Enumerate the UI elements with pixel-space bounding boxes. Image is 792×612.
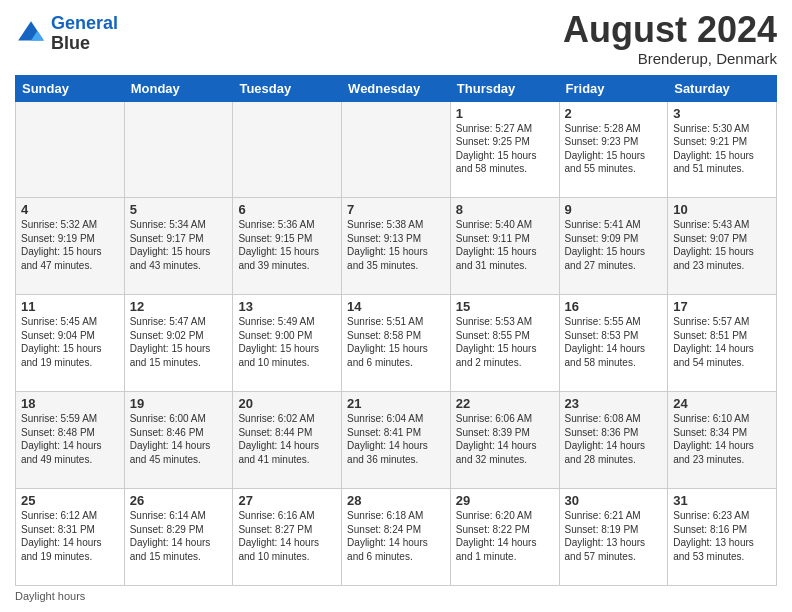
calendar-cell: 17Sunrise: 5:57 AM Sunset: 8:51 PM Dayli… (668, 295, 777, 392)
logo: General Blue (15, 14, 118, 54)
day-info: Sunrise: 5:53 AM Sunset: 8:55 PM Dayligh… (456, 315, 554, 369)
page: General Blue August 2024 Brenderup, Denm… (0, 0, 792, 612)
logo-icon (15, 18, 47, 50)
day-number: 29 (456, 493, 554, 508)
day-info: Sunrise: 6:00 AM Sunset: 8:46 PM Dayligh… (130, 412, 228, 466)
day-number: 4 (21, 202, 119, 217)
calendar-cell: 16Sunrise: 5:55 AM Sunset: 8:53 PM Dayli… (559, 295, 668, 392)
day-number: 19 (130, 396, 228, 411)
day-number: 6 (238, 202, 336, 217)
day-info: Sunrise: 6:20 AM Sunset: 8:22 PM Dayligh… (456, 509, 554, 563)
calendar-cell: 18Sunrise: 5:59 AM Sunset: 8:48 PM Dayli… (16, 392, 125, 489)
day-info: Sunrise: 6:06 AM Sunset: 8:39 PM Dayligh… (456, 412, 554, 466)
calendar-week-3: 11Sunrise: 5:45 AM Sunset: 9:04 PM Dayli… (16, 295, 777, 392)
calendar-cell: 20Sunrise: 6:02 AM Sunset: 8:44 PM Dayli… (233, 392, 342, 489)
day-number: 14 (347, 299, 445, 314)
day-info: Sunrise: 5:34 AM Sunset: 9:17 PM Dayligh… (130, 218, 228, 272)
day-info: Sunrise: 5:36 AM Sunset: 9:15 PM Dayligh… (238, 218, 336, 272)
calendar-cell: 25Sunrise: 6:12 AM Sunset: 8:31 PM Dayli… (16, 489, 125, 586)
calendar-week-2: 4Sunrise: 5:32 AM Sunset: 9:19 PM Daylig… (16, 198, 777, 295)
calendar-cell: 5Sunrise: 5:34 AM Sunset: 9:17 PM Daylig… (124, 198, 233, 295)
day-info: Sunrise: 6:18 AM Sunset: 8:24 PM Dayligh… (347, 509, 445, 563)
day-number: 18 (21, 396, 119, 411)
calendar-cell: 27Sunrise: 6:16 AM Sunset: 8:27 PM Dayli… (233, 489, 342, 586)
day-info: Sunrise: 6:12 AM Sunset: 8:31 PM Dayligh… (21, 509, 119, 563)
day-number: 25 (21, 493, 119, 508)
calendar-body: 1Sunrise: 5:27 AM Sunset: 9:25 PM Daylig… (16, 101, 777, 585)
day-info: Sunrise: 6:08 AM Sunset: 8:36 PM Dayligh… (565, 412, 663, 466)
day-info: Sunrise: 5:27 AM Sunset: 9:25 PM Dayligh… (456, 122, 554, 176)
weekday-header-tuesday: Tuesday (233, 75, 342, 101)
calendar-cell: 11Sunrise: 5:45 AM Sunset: 9:04 PM Dayli… (16, 295, 125, 392)
calendar-cell: 23Sunrise: 6:08 AM Sunset: 8:36 PM Dayli… (559, 392, 668, 489)
title-block: August 2024 Brenderup, Denmark (563, 10, 777, 67)
weekday-header-wednesday: Wednesday (342, 75, 451, 101)
day-info: Sunrise: 5:47 AM Sunset: 9:02 PM Dayligh… (130, 315, 228, 369)
month-title: August 2024 (563, 10, 777, 50)
day-info: Sunrise: 6:04 AM Sunset: 8:41 PM Dayligh… (347, 412, 445, 466)
day-info: Sunrise: 5:41 AM Sunset: 9:09 PM Dayligh… (565, 218, 663, 272)
day-number: 10 (673, 202, 771, 217)
footer-note: Daylight hours (15, 590, 777, 602)
calendar-cell: 22Sunrise: 6:06 AM Sunset: 8:39 PM Dayli… (450, 392, 559, 489)
header: General Blue August 2024 Brenderup, Denm… (15, 10, 777, 67)
calendar-cell (342, 101, 451, 198)
day-info: Sunrise: 5:30 AM Sunset: 9:21 PM Dayligh… (673, 122, 771, 176)
day-number: 31 (673, 493, 771, 508)
weekday-row: SundayMondayTuesdayWednesdayThursdayFrid… (16, 75, 777, 101)
calendar-cell (233, 101, 342, 198)
calendar-cell: 1Sunrise: 5:27 AM Sunset: 9:25 PM Daylig… (450, 101, 559, 198)
calendar-cell (124, 101, 233, 198)
calendar-cell: 12Sunrise: 5:47 AM Sunset: 9:02 PM Dayli… (124, 295, 233, 392)
day-info: Sunrise: 5:49 AM Sunset: 9:00 PM Dayligh… (238, 315, 336, 369)
day-number: 16 (565, 299, 663, 314)
calendar-cell: 30Sunrise: 6:21 AM Sunset: 8:19 PM Dayli… (559, 489, 668, 586)
day-number: 26 (130, 493, 228, 508)
calendar-cell: 19Sunrise: 6:00 AM Sunset: 8:46 PM Dayli… (124, 392, 233, 489)
day-number: 20 (238, 396, 336, 411)
day-info: Sunrise: 5:45 AM Sunset: 9:04 PM Dayligh… (21, 315, 119, 369)
calendar-cell: 26Sunrise: 6:14 AM Sunset: 8:29 PM Dayli… (124, 489, 233, 586)
calendar-cell: 24Sunrise: 6:10 AM Sunset: 8:34 PM Dayli… (668, 392, 777, 489)
day-number: 27 (238, 493, 336, 508)
day-info: Sunrise: 5:51 AM Sunset: 8:58 PM Dayligh… (347, 315, 445, 369)
day-number: 21 (347, 396, 445, 411)
calendar-cell: 7Sunrise: 5:38 AM Sunset: 9:13 PM Daylig… (342, 198, 451, 295)
day-info: Sunrise: 5:57 AM Sunset: 8:51 PM Dayligh… (673, 315, 771, 369)
calendar-week-4: 18Sunrise: 5:59 AM Sunset: 8:48 PM Dayli… (16, 392, 777, 489)
day-number: 17 (673, 299, 771, 314)
day-info: Sunrise: 6:21 AM Sunset: 8:19 PM Dayligh… (565, 509, 663, 563)
calendar-week-1: 1Sunrise: 5:27 AM Sunset: 9:25 PM Daylig… (16, 101, 777, 198)
day-number: 2 (565, 106, 663, 121)
day-info: Sunrise: 6:10 AM Sunset: 8:34 PM Dayligh… (673, 412, 771, 466)
calendar-cell: 31Sunrise: 6:23 AM Sunset: 8:16 PM Dayli… (668, 489, 777, 586)
weekday-header-thursday: Thursday (450, 75, 559, 101)
calendar-table: SundayMondayTuesdayWednesdayThursdayFrid… (15, 75, 777, 586)
calendar-cell: 21Sunrise: 6:04 AM Sunset: 8:41 PM Dayli… (342, 392, 451, 489)
day-info: Sunrise: 5:43 AM Sunset: 9:07 PM Dayligh… (673, 218, 771, 272)
logo-text: General Blue (51, 14, 118, 54)
calendar-cell: 8Sunrise: 5:40 AM Sunset: 9:11 PM Daylig… (450, 198, 559, 295)
day-number: 13 (238, 299, 336, 314)
day-number: 22 (456, 396, 554, 411)
day-info: Sunrise: 6:23 AM Sunset: 8:16 PM Dayligh… (673, 509, 771, 563)
calendar-cell: 6Sunrise: 5:36 AM Sunset: 9:15 PM Daylig… (233, 198, 342, 295)
calendar-cell: 3Sunrise: 5:30 AM Sunset: 9:21 PM Daylig… (668, 101, 777, 198)
calendar-cell: 14Sunrise: 5:51 AM Sunset: 8:58 PM Dayli… (342, 295, 451, 392)
weekday-header-sunday: Sunday (16, 75, 125, 101)
day-number: 28 (347, 493, 445, 508)
calendar-header: SundayMondayTuesdayWednesdayThursdayFrid… (16, 75, 777, 101)
day-info: Sunrise: 6:14 AM Sunset: 8:29 PM Dayligh… (130, 509, 228, 563)
calendar-cell: 28Sunrise: 6:18 AM Sunset: 8:24 PM Dayli… (342, 489, 451, 586)
day-number: 7 (347, 202, 445, 217)
calendar-cell: 9Sunrise: 5:41 AM Sunset: 9:09 PM Daylig… (559, 198, 668, 295)
day-number: 11 (21, 299, 119, 314)
calendar-week-5: 25Sunrise: 6:12 AM Sunset: 8:31 PM Dayli… (16, 489, 777, 586)
day-info: Sunrise: 6:02 AM Sunset: 8:44 PM Dayligh… (238, 412, 336, 466)
day-number: 24 (673, 396, 771, 411)
calendar-cell (16, 101, 125, 198)
day-number: 12 (130, 299, 228, 314)
weekday-header-monday: Monday (124, 75, 233, 101)
weekday-header-saturday: Saturday (668, 75, 777, 101)
day-number: 9 (565, 202, 663, 217)
